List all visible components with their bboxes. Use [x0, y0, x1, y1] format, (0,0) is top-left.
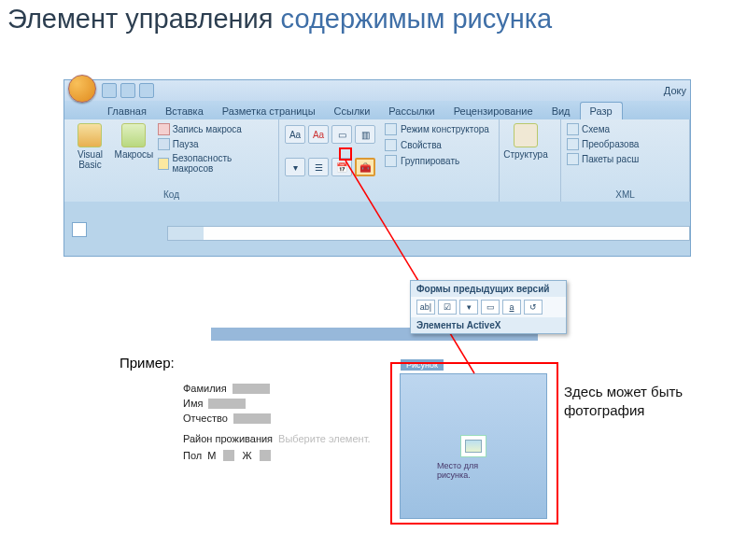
group-controls: Aa Aa ▭ ▥ ▾ ☰ 📅 🧰 Режим конструктора Сво… — [279, 119, 500, 202]
sex-m-label: М — [207, 450, 216, 461]
titlebar: Доку — [64, 80, 690, 101]
tab-view[interactable]: Вид — [543, 103, 580, 119]
legacy-dropdown[interactable]: ▾ — [459, 300, 478, 315]
save-icon[interactable] — [102, 83, 117, 98]
group-code: Visual Basic Макросы Запись макроса Пауз… — [64, 119, 279, 202]
name-field[interactable] — [208, 399, 246, 409]
undo-icon[interactable] — [120, 83, 135, 98]
building-block-control[interactable]: ▥ — [355, 125, 375, 144]
properties-label: Свойства — [401, 140, 442, 150]
group-control-button[interactable]: Группировать — [385, 155, 489, 167]
group-structure: Структура — [500, 119, 561, 202]
macros-button[interactable]: Макросы — [114, 123, 154, 188]
group-title-structure — [505, 188, 555, 200]
controls-side: Режим конструктора Свойства Группировать — [385, 123, 489, 188]
properties-button[interactable]: Свойства — [385, 139, 489, 151]
callout-marker — [339, 147, 352, 161]
surname-label: Фамилия — [183, 383, 227, 394]
redo-icon[interactable] — [139, 83, 154, 98]
vb-icon — [78, 123, 102, 147]
slide-title: Элемент управления содержимым рисунка — [0, 0, 747, 46]
schema-button[interactable]: Схема — [567, 123, 639, 135]
macros-icon — [121, 123, 146, 147]
title-emphasis: содержимым рисунка — [281, 4, 553, 34]
dropdown-control[interactable]: ☰ — [308, 158, 329, 176]
tab-insert[interactable]: Вставка — [156, 103, 213, 119]
pause-icon — [158, 138, 170, 150]
tab-home[interactable]: Главная — [98, 103, 156, 119]
ribbon-tabs: Главная Вставка Разметка страницы Ссылки… — [64, 101, 690, 119]
legacy-checkbox[interactable]: ☑ — [438, 300, 457, 315]
group-icon — [385, 155, 397, 167]
tab-layout[interactable]: Разметка страницы — [213, 103, 325, 119]
vb-label: Visual Basic — [70, 149, 110, 170]
legacy-shading[interactable]: a — [502, 300, 521, 315]
patronymic-field[interactable] — [233, 413, 271, 424]
pause-button[interactable]: Пауза — [158, 138, 273, 150]
security-label: Безопасность макросов — [172, 153, 273, 174]
expansion-packs-button[interactable]: Пакеты расш — [567, 153, 639, 165]
office-button[interactable] — [68, 75, 96, 103]
rich-text-control[interactable]: Aa — [285, 125, 305, 144]
sex-f-checkbox[interactable] — [260, 450, 271, 461]
transform-button[interactable]: Преобразова — [567, 138, 639, 150]
legacy-forms-row: ab| ☑ ▾ ▭ a ↺ — [411, 297, 566, 317]
legacy-tools-dropdown: Формы предыдущих версий ab| ☑ ▾ ▭ a ↺ Эл… — [410, 280, 567, 334]
margin-selector[interactable] — [72, 222, 87, 237]
example-label: Пример: — [120, 355, 175, 371]
horizontal-ruler[interactable] — [167, 226, 690, 241]
group-title-controls — [285, 188, 493, 200]
tab-developer[interactable]: Разр — [580, 102, 623, 119]
record-macro-button[interactable]: Запись макроса — [158, 123, 273, 135]
legacy-forms-header: Формы предыдущих версий — [411, 281, 566, 297]
tab-references[interactable]: Ссылки — [325, 103, 380, 119]
sex-label: Пол — [183, 450, 202, 461]
code-small-items: Запись макроса Пауза Безопасность макрос… — [158, 123, 273, 188]
legacy-text-field[interactable]: ab| — [416, 300, 435, 315]
pause-label: Пауза — [173, 139, 199, 149]
record-label: Запись макроса — [173, 124, 242, 134]
group-title-code: Код — [70, 188, 273, 200]
warning-icon — [158, 158, 170, 170]
properties-icon — [385, 139, 397, 151]
document-title: Доку — [664, 85, 690, 96]
design-mode-button[interactable]: Режим конструктора — [385, 123, 489, 135]
sex-f-label: Ж — [242, 450, 251, 461]
schema-icon — [567, 123, 579, 135]
legacy-reset[interactable]: ↺ — [524, 300, 543, 315]
tab-review[interactable]: Рецензирование — [444, 103, 543, 119]
legacy-tools-button[interactable]: 🧰 — [355, 158, 375, 176]
activex-header: Элементы ActiveX — [411, 317, 566, 333]
date-picker-control[interactable]: 📅 — [331, 158, 352, 176]
visual-basic-button[interactable]: Visual Basic — [70, 123, 110, 188]
macros-label: Макросы — [114, 149, 153, 160]
structure-button[interactable]: Структура — [505, 123, 546, 188]
controls-palette: Aa Aa ▭ ▥ ▾ ☰ 📅 🧰 — [285, 123, 375, 188]
callout-highlight-box — [390, 362, 558, 525]
group-xml: Схема Преобразова Пакеты расш XML — [561, 119, 690, 202]
name-label: Имя — [183, 398, 203, 409]
tab-mailings[interactable]: Рассылки — [379, 103, 444, 119]
ruler-area: Формы предыдущих версий ab| ☑ ▾ ▭ a ↺ Эл… — [64, 202, 690, 256]
side-annotation: Здесь может быть фотография — [564, 383, 747, 419]
combo-box-control[interactable]: ▾ — [285, 158, 305, 176]
title-part: Элемент управления — [7, 4, 281, 34]
word-app-window: Доку Главная Вставка Разметка страницы С… — [63, 79, 691, 257]
structure-label: Структура — [503, 149, 547, 160]
record-icon — [158, 123, 170, 135]
design-label: Режим конструктора — [401, 124, 489, 134]
macro-security-button[interactable]: Безопасность макросов — [158, 153, 273, 174]
legacy-frame[interactable]: ▭ — [481, 300, 500, 315]
sex-m-checkbox[interactable] — [223, 450, 234, 461]
packs-label: Пакеты расш — [582, 154, 639, 164]
district-placeholder[interactable]: Выберите элемент. — [278, 433, 370, 444]
group-ctl-label: Группировать — [401, 156, 459, 166]
picture-content-control[interactable]: ▭ — [331, 125, 352, 144]
patronymic-label: Отчество — [183, 413, 228, 424]
example-form: Фамилия Имя Отчество Район проживания Вы… — [183, 383, 371, 465]
group-title-xml: XML — [567, 188, 684, 200]
ribbon: Visual Basic Макросы Запись макроса Пауз… — [64, 119, 690, 202]
plain-text-control[interactable]: Aa — [308, 125, 329, 144]
transform-icon — [567, 138, 579, 150]
surname-field[interactable] — [233, 384, 270, 394]
